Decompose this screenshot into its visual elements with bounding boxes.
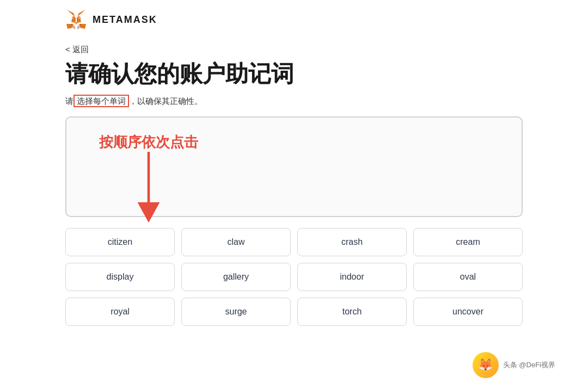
word-button-cream[interactable]: cream <box>413 228 523 256</box>
app-title: METAMASK <box>93 14 157 26</box>
word-button-claw[interactable]: claw <box>181 228 291 256</box>
words-grid: citizenclawcrashcreamdisplaygalleryindoo… <box>65 228 523 326</box>
watermark-text: 头条 @DeFi视界 <box>503 360 555 370</box>
svg-marker-0 <box>77 10 85 17</box>
word-button-crash[interactable]: crash <box>297 228 407 256</box>
svg-marker-1 <box>67 10 75 17</box>
word-button-torch[interactable]: torch <box>297 298 407 326</box>
back-link[interactable]: < 返回 <box>65 45 89 55</box>
mnemonic-drop-zone: 按顺序依次点击 <box>65 116 523 217</box>
word-button-uncover[interactable]: uncover <box>413 298 523 326</box>
annotation: 按顺序依次点击 <box>99 133 198 223</box>
word-button-display[interactable]: display <box>65 263 175 291</box>
watermark-avatar: 🦊 <box>473 352 499 378</box>
word-button-gallery[interactable]: gallery <box>181 263 291 291</box>
word-button-citizen[interactable]: citizen <box>65 228 175 256</box>
watermark: 🦊 头条 @DeFi视界 <box>473 352 555 378</box>
word-button-indoor[interactable]: indoor <box>297 263 407 291</box>
subtitle-highlighted: 选择每个单词 <box>74 95 129 107</box>
subtitle-prefix: 请 <box>65 96 74 106</box>
annotation-text: 按顺序依次点击 <box>99 133 198 152</box>
page-subtitle: 请选择每个单词，以确保其正确性。 <box>65 96 523 107</box>
svg-marker-27 <box>138 202 160 223</box>
page-wrapper: METAMASK < 返回 请确认您的账户助记词 请选择每个单词，以确保其正确性… <box>0 0 588 389</box>
svg-point-24 <box>73 17 74 18</box>
svg-point-25 <box>79 17 81 18</box>
header: METAMASK <box>65 0 523 35</box>
annotation-arrow <box>132 152 165 223</box>
subtitle-suffix: ，以确保其正确性。 <box>129 96 203 106</box>
word-button-royal[interactable]: royal <box>65 298 175 326</box>
word-button-oval[interactable]: oval <box>413 263 523 291</box>
word-button-surge[interactable]: surge <box>181 298 291 326</box>
metamask-logo <box>65 10 87 29</box>
page-title: 请确认您的账户助记词 <box>65 60 523 88</box>
